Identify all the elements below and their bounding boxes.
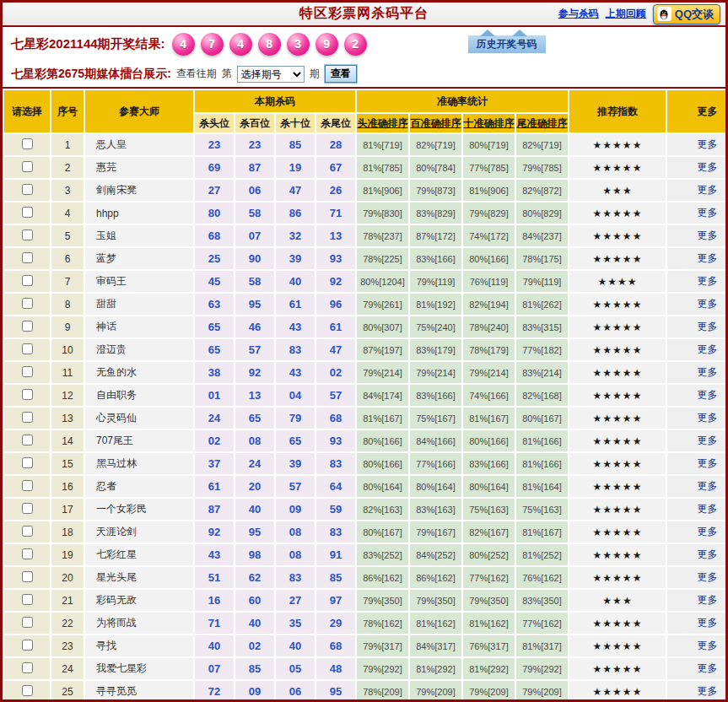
more-link[interactable]: 更多 — [698, 343, 718, 355]
row-checkbox[interactable] — [22, 480, 33, 491]
sort-head-accuracy[interactable]: 头准确排序 — [357, 114, 408, 132]
row-checkbox[interactable] — [22, 662, 33, 673]
sort-hundred-accuracy[interactable]: 百准确排序 — [410, 114, 461, 132]
star-rating: ★★★★★ — [569, 316, 666, 338]
more-link[interactable]: 更多 — [698, 617, 718, 629]
accuracy-hundred: 83%[166] — [410, 248, 461, 269]
more-link[interactable]: 更多 — [698, 161, 718, 173]
more-link[interactable]: 更多 — [698, 503, 718, 515]
row-checkbox[interactable] — [22, 275, 33, 286]
row-checkbox[interactable] — [22, 321, 33, 332]
accuracy-head: 80%[307] — [357, 316, 408, 338]
kill-tail-value: 68 — [316, 408, 355, 429]
more-link[interactable]: 更多 — [698, 207, 718, 219]
master-name: 神话 — [85, 316, 193, 338]
accuracy-tail: 84%[237] — [516, 225, 568, 246]
more-link[interactable]: 更多 — [698, 252, 718, 264]
more-link[interactable]: 更多 — [698, 526, 718, 537]
row-checkbox[interactable] — [22, 412, 33, 423]
more-link[interactable]: 更多 — [698, 321, 718, 332]
row-number: 4 — [51, 202, 84, 224]
table-row: 19 七彩红星 43 98 08 91 83%[252] 84%[252] 80… — [4, 544, 728, 565]
view-button[interactable]: 查看 — [325, 65, 357, 83]
more-link[interactable]: 更多 — [698, 138, 718, 150]
kill-ten-value: 35 — [276, 613, 315, 634]
kill-head-value: 37 — [195, 453, 234, 474]
row-checkbox[interactable] — [22, 503, 33, 514]
more-link[interactable]: 更多 — [698, 230, 718, 241]
row-checkbox[interactable] — [22, 685, 33, 696]
row-checkbox[interactable] — [22, 138, 33, 149]
more-link[interactable]: 更多 — [698, 548, 718, 560]
table-row: 7 审码王 45 58 40 92 80%[1204] 79%[119] 76%… — [4, 271, 728, 292]
kill-hundred-value: 58 — [235, 202, 274, 224]
star-rating: ★★★★★ — [569, 567, 666, 588]
more-link[interactable]: 更多 — [698, 662, 718, 674]
select-cell — [4, 180, 50, 201]
header-kill-head: 杀头位 — [195, 114, 234, 132]
kill-head-value: 80 — [195, 202, 234, 224]
row-checkbox[interactable] — [22, 161, 33, 172]
more-link[interactable]: 更多 — [698, 412, 718, 424]
sort-ten-accuracy[interactable]: 十准确排序 — [463, 114, 515, 132]
row-checkbox[interactable] — [22, 230, 33, 240]
previous-period-link[interactable]: 上期回顾 — [606, 7, 646, 21]
kill-head-value: 25 — [195, 248, 234, 269]
select-cell — [4, 681, 50, 702]
row-checkbox[interactable] — [22, 389, 33, 400]
master-name: 黑马过林 — [85, 453, 193, 474]
row-checkbox[interactable] — [22, 457, 33, 468]
master-name: 甜甜 — [85, 294, 193, 315]
row-checkbox[interactable] — [22, 184, 33, 195]
more-link[interactable]: 更多 — [698, 184, 718, 196]
kill-tail-value: 71 — [316, 202, 355, 224]
more-link[interactable]: 更多 — [698, 480, 718, 492]
accuracy-hundred: 80%[164] — [410, 476, 461, 497]
accuracy-tail: 81%[164] — [516, 476, 568, 497]
row-checkbox[interactable] — [22, 298, 33, 309]
row-checkbox[interactable] — [22, 617, 33, 628]
header-select: 请选择 — [4, 90, 50, 132]
kill-ten-value: 83 — [276, 567, 315, 588]
table-row: 25 寻寻觅觅 72 09 06 95 78%[209] 79%[209] 79… — [4, 681, 728, 702]
row-checkbox[interactable] — [22, 640, 33, 651]
row-checkbox[interactable] — [22, 435, 33, 446]
row-checkbox[interactable] — [22, 207, 33, 218]
row-checkbox[interactable] — [22, 526, 33, 537]
kill-hundred-value: 57 — [235, 339, 274, 360]
more-link[interactable]: 更多 — [698, 366, 718, 378]
period-select[interactable]: 选择期号 — [237, 66, 305, 83]
more-link[interactable]: 更多 — [698, 640, 718, 651]
select-cell — [4, 635, 50, 656]
more-link[interactable]: 更多 — [698, 435, 718, 446]
history-numbers-button[interactable]: 历史开奖号码 — [468, 35, 546, 53]
row-number: 5 — [51, 225, 84, 246]
more-link[interactable]: 更多 — [698, 275, 718, 287]
kill-head-value: 87 — [195, 499, 234, 520]
more-link[interactable]: 更多 — [698, 571, 718, 583]
accuracy-tail: 82%[168] — [516, 385, 568, 406]
row-checkbox[interactable] — [22, 252, 33, 263]
sort-tail-accuracy[interactable]: 尾准确排序 — [516, 114, 568, 132]
more-link[interactable]: 更多 — [698, 457, 718, 469]
qq-chat-button[interactable]: QQ交谈 — [653, 4, 720, 24]
accuracy-ten: 81%[906] — [463, 180, 515, 201]
row-number: 24 — [51, 658, 84, 679]
row-number: 19 — [51, 544, 84, 565]
accuracy-ten: 80%[166] — [463, 248, 515, 269]
join-kill-link[interactable]: 参与杀码 — [558, 7, 599, 21]
more-link[interactable]: 更多 — [698, 389, 718, 401]
accuracy-hundred: 87%[172] — [410, 225, 461, 246]
more-link[interactable]: 更多 — [698, 298, 718, 310]
kill-ten-value: 19 — [276, 157, 315, 178]
kill-head-value: 65 — [195, 339, 234, 360]
row-checkbox[interactable] — [22, 366, 33, 377]
row-number: 11 — [51, 362, 84, 383]
row-checkbox[interactable] — [22, 571, 33, 582]
master-name: 剑南宋凳 — [85, 180, 193, 201]
row-checkbox[interactable] — [22, 594, 33, 605]
more-link[interactable]: 更多 — [698, 594, 718, 606]
row-checkbox[interactable] — [22, 343, 33, 354]
row-checkbox[interactable] — [22, 548, 33, 559]
more-link[interactable]: 更多 — [698, 685, 718, 697]
